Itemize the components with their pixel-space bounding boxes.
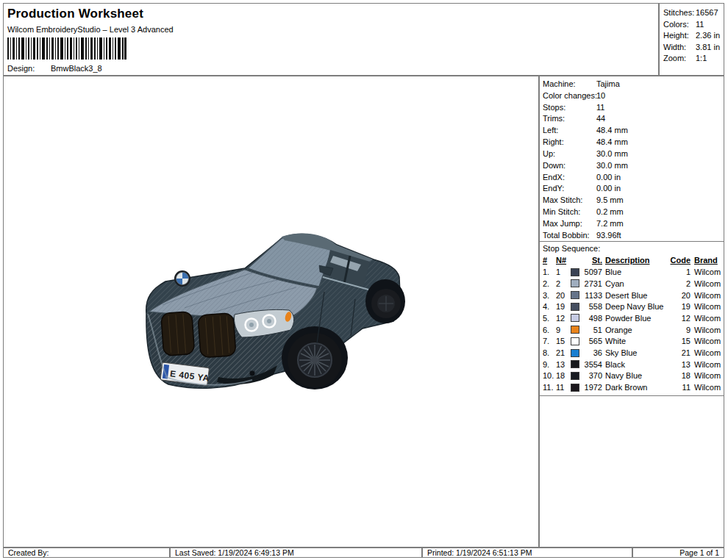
thread-color-swatch [571, 372, 579, 380]
fog-lamp [249, 370, 255, 376]
summary-value: 11 [696, 19, 704, 31]
row-number: 2. [543, 279, 556, 288]
thread-description: Blue [602, 268, 670, 276]
barcode [7, 37, 126, 60]
stitch-count: 5097 [582, 268, 602, 276]
summary-row: Stitches: 16567 [663, 7, 724, 19]
stop-sequence-row: 7. 15 565 White 15 Wilcom [543, 336, 721, 348]
machine-info-label: Machine: [543, 79, 596, 90]
needle-number: 20 [556, 291, 568, 300]
col-description: Description [602, 256, 670, 265]
row-number: 9. [543, 360, 556, 369]
needle-number: 12 [556, 314, 568, 323]
thread-code: 11 [670, 383, 690, 392]
thread-brand: Wilcom [690, 360, 721, 369]
machine-info-label: Down: [543, 160, 596, 172]
thread-brand: Wilcom [690, 383, 721, 392]
stop-sequence-row: 6. 9 51 Orange 9 Wilcom [543, 324, 721, 336]
machine-info-value: 93.96ft [596, 230, 621, 242]
machine-info-row: Max Stitch: 9.5 mm [543, 195, 721, 207]
needle-number: 11 [556, 383, 568, 392]
summary-row: Colors: 11 [663, 19, 724, 31]
summary-value: 2.36 in [696, 30, 720, 42]
thread-brand: Wilcom [690, 371, 721, 380]
thread-color-swatch [571, 314, 579, 322]
machine-info-row: Left: 48.4 mm [543, 125, 721, 137]
machine-info-value: 0.00 in [596, 183, 621, 195]
row-number: 3. [543, 291, 556, 300]
machine-info-label: Max Jump: [543, 218, 596, 230]
needle-number: 21 [556, 348, 568, 357]
summary-label: Stitches: [663, 7, 696, 19]
stop-sequence-row: 4. 19 558 Deep Navy Blue 19 Wilcom [543, 301, 721, 312]
stitch-count: 498 [582, 314, 602, 323]
machine-info-label: Min Stitch: [543, 207, 596, 218]
summary-row: Width: 3.81 in [663, 42, 724, 54]
machine-info-label: Color changes: [543, 90, 596, 102]
machine-info-row: Trims: 44 [543, 113, 721, 125]
app-subtitle: Wilcom EmbroideryStudio – Level 3 Advanc… [7, 25, 658, 34]
machine-info-value: 0.2 mm [596, 207, 624, 218]
thread-code: 18 [670, 371, 690, 380]
page-title: Production Worksheet [7, 7, 658, 21]
machine-info-row: Min Stitch: 0.2 mm [543, 207, 721, 218]
row-number: 4. [543, 302, 556, 311]
machine-info-value: 30.0 mm [596, 160, 628, 172]
machine-info-label: Right: [543, 137, 596, 148]
thread-color-swatch [571, 326, 579, 334]
row-number: 6. [543, 326, 556, 334]
stop-sequence-row: 3. 20 1133 Desert Blue 20 Wilcom [543, 290, 721, 301]
machine-info-value: 30.0 mm [596, 148, 628, 160]
design-name-row: Design: BmwBlack3_8 [7, 64, 658, 73]
thread-brand: Wilcom [690, 279, 721, 288]
thread-code: 21 [670, 348, 690, 357]
thread-description: Cyan [602, 279, 670, 288]
machine-info-row: Total Bobbin: 93.96ft [543, 230, 721, 242]
machine-info-label: Left: [543, 125, 596, 137]
stop-sequence: Stop Sequence: # N# St. Description Code… [540, 241, 724, 396]
stop-sequence-header: # N# St. Description Code Brand [543, 254, 721, 266]
stop-sequence-row: 1. 1 5097 Blue 1 Wilcom [543, 266, 721, 278]
design-value: BmwBlack3_8 [51, 64, 102, 73]
thread-description: Black [602, 360, 670, 369]
front-wheel [282, 326, 348, 390]
needle-number: 15 [556, 337, 568, 345]
stop-sequence-row: 11. 11 1972 Dark Brown 11 Wilcom [543, 381, 721, 393]
thread-description: Desert Blue [602, 291, 670, 300]
machine-info-value: 9.5 mm [596, 195, 624, 207]
design-label: Design: [7, 64, 51, 73]
stop-sequence-row: 2. 2 2731 Cyan 2 Wilcom [543, 278, 721, 290]
design-summary: Stitches: 16567 Colors: 11 Height: 2.36 … [659, 3, 724, 76]
footer-page-number: Page 1 of 1 [632, 548, 724, 558]
summary-value: 16567 [696, 7, 718, 19]
machine-info-value: 48.4 mm [596, 125, 628, 137]
row-number: 8. [543, 348, 556, 357]
stitch-count: 51 [582, 326, 602, 334]
footer-printed: Printed: 1/19/2024 6:51:13 PM [422, 548, 632, 558]
summary-label: Colors: [663, 19, 696, 31]
row-number: 10. [543, 371, 556, 380]
machine-info-row: EndX: 0.00 in [543, 172, 721, 184]
summary-label: Height: [663, 30, 696, 42]
machine-info-row: Up: 30.0 mm [543, 148, 721, 160]
thread-code: 15 [670, 337, 690, 345]
thread-description: Powder Blue [602, 314, 670, 323]
machine-info-value: 10 [596, 90, 605, 102]
needle-number: 18 [556, 371, 568, 380]
machine-info-label: Stops: [543, 102, 596, 114]
stitch-count: 36 [582, 348, 602, 357]
thread-brand: Wilcom [690, 348, 721, 357]
thread-code: 1 [670, 268, 690, 276]
needle-number: 2 [556, 279, 568, 288]
machine-panel: Machine: Tajima Color changes: 10 Stops:… [539, 76, 724, 548]
machine-info-row: Right: 48.4 mm [543, 137, 721, 148]
needle-number: 9 [556, 326, 568, 334]
col-code: Code [670, 256, 690, 265]
machine-info-row: Stops: 11 [543, 102, 721, 114]
machine-info-row: Color changes: 10 [543, 90, 721, 102]
thread-code: 9 [670, 326, 690, 334]
thread-color-swatch [571, 384, 579, 392]
thread-code: 2 [670, 279, 690, 288]
thread-code: 20 [670, 291, 690, 300]
thread-code: 12 [670, 314, 690, 323]
